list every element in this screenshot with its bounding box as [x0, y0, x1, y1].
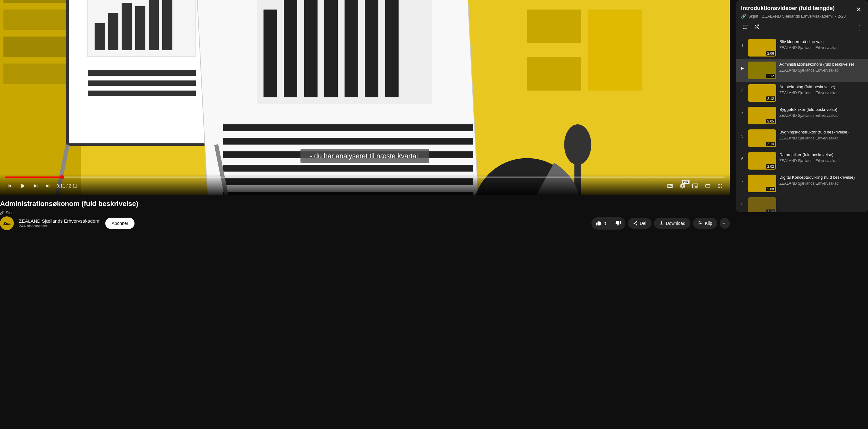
svg-rect-32 — [223, 124, 473, 131]
progress-bar[interactable] — [5, 176, 725, 178]
item-number: 1 — [740, 39, 745, 48]
playlist-meta: 🔗 Skjult ZEALAND Sjællands Erhvervsakade… — [741, 13, 863, 19]
more-dots: ··· — [723, 221, 726, 226]
playlist-item[interactable]: 6 2.02 Datamatiker (fuld beskrivelse) ZE… — [736, 150, 868, 172]
loop-button[interactable] — [741, 22, 750, 33]
action-buttons: 0 Del Download — [591, 217, 730, 230]
item-title: Byggetekniker (fuld beskrivelse) — [779, 107, 864, 112]
skip-back-button[interactable] — [5, 182, 14, 190]
playlist-channel: ZEALAND Sjællands Erhvervsakademi — [762, 14, 833, 19]
item-duration: 2.12 — [766, 74, 775, 78]
svg-point-44 — [564, 124, 591, 165]
item-thumbnail: 2.12 — [748, 84, 776, 102]
item-channel: ZEALAND Sjællands Erhvervsakad... — [779, 68, 864, 72]
like-button[interactable]: 0 — [591, 218, 610, 229]
item-duration: 2.05 — [766, 119, 775, 124]
item-duration: 2.10 — [766, 209, 775, 212]
video-title: Administrationsøkonom (fuld beskrivelse) — [0, 200, 730, 208]
item-channel: ZEALAND Sjællands Erhvervsakad... — [779, 181, 864, 186]
item-thumbnail: 2.02 — [748, 152, 776, 170]
playlist-panel: Introduktionsvideoer (fuld længde) 🔗 Skj… — [736, 0, 868, 212]
skip-forward-button[interactable] — [31, 182, 40, 190]
theater-button[interactable] — [703, 182, 712, 190]
item-title: Administrationsøkonom (fuld beskrivelse) — [779, 62, 864, 67]
playlist-item[interactable]: 1 2.06 Bliv klogere på dine valg ZEALAND… — [736, 36, 868, 59]
item-number: 5 — [740, 129, 745, 138]
playlist-item-partial[interactable]: 8 2.10 ... — [736, 195, 868, 212]
skjult-link[interactable]: Skjult — [0, 210, 730, 215]
meta-dash: - — [835, 14, 836, 19]
like-dislike-group: 0 — [591, 217, 625, 230]
item-channel: ZEALAND Sjællands Erhvervsakad... — [779, 45, 864, 50]
item-number: 6 — [740, 152, 745, 161]
playlist-item[interactable]: 7 2.08 Digital Konceptudvikling (fuld be… — [736, 172, 868, 195]
svg-rect-15 — [149, 0, 159, 50]
settings-button[interactable]: HD — [678, 182, 687, 190]
playlist-title: Introduktionsvideoer (fuld længde) — [741, 5, 863, 12]
channel-name[interactable]: ZEALAND Sjællands Erhvervsakademi — [19, 218, 100, 224]
svg-rect-12 — [108, 13, 118, 50]
svg-rect-11 — [95, 23, 105, 50]
subscribe-button[interactable]: Abonner — [105, 218, 134, 229]
item-channel: ZEALAND Sjællands Erhvervsakad... — [779, 91, 864, 95]
item-title: Digital Konceptudvikling (fuld beskrivel… — [779, 175, 864, 180]
svg-rect-42 — [588, 10, 642, 91]
close-playlist-button[interactable]: ✕ — [854, 4, 864, 14]
subscriber-count: 244 abonnenter — [19, 224, 100, 228]
avatar-text: Zea — [3, 221, 10, 226]
time-total: 2:11 — [69, 184, 77, 189]
item-duration: 2.06 — [766, 51, 775, 56]
play-button[interactable] — [18, 181, 28, 191]
clip-label: Klip — [705, 221, 712, 226]
subtitle-text: - du har analyseret til næste kvartal. — [301, 149, 429, 163]
item-channel: ZEALAND Sjællands Erhvervsakad... — [779, 136, 864, 140]
clip-button[interactable]: Klip — [693, 218, 717, 229]
svg-rect-16 — [162, 0, 172, 50]
playlist-skjult: Skjult — [748, 14, 758, 19]
share-button[interactable]: Del — [628, 218, 651, 229]
playlist-position: 2/23 — [838, 14, 846, 19]
svg-rect-25 — [264, 10, 277, 98]
subtitles-button[interactable] — [665, 182, 674, 190]
playlist-item[interactable]: 4 2.05 Byggetekniker (fuld beskrivelse) … — [736, 104, 868, 127]
link-icon: 🔗 — [741, 13, 746, 19]
svg-rect-33 — [223, 138, 473, 145]
playlist-more-button[interactable]: ⋮ — [857, 24, 863, 31]
volume-button[interactable] — [44, 182, 53, 190]
playlist-item[interactable]: 3 2.12 Autoteknolog (fuld beskrivelse) Z… — [736, 81, 868, 104]
more-options-button[interactable]: ··· — [720, 218, 730, 229]
progress-fill — [5, 176, 63, 178]
svg-rect-41 — [527, 57, 581, 91]
miniplayer-button[interactable] — [691, 182, 700, 190]
dislike-button[interactable] — [611, 217, 625, 230]
main-layout: - du har analyseret til næste kvartal. — [0, 0, 868, 240]
item-duration: 2.14 — [766, 142, 775, 146]
item-info: ... — [779, 197, 864, 204]
svg-rect-19 — [88, 91, 196, 96]
share-label: Del — [640, 221, 646, 226]
fullscreen-button[interactable] — [716, 182, 725, 190]
item-info: Administrationsøkonom (fuld beskrivelse)… — [779, 62, 864, 72]
item-thumbnail: 2.05 — [748, 107, 776, 124]
item-number: 3 — [740, 84, 745, 93]
playlist-item[interactable]: 5 2.14 Bygningskonstruktør (fuld beskriv… — [736, 127, 868, 150]
item-number: 4 — [740, 107, 745, 116]
svg-rect-40 — [527, 10, 581, 44]
item-info: Bliv klogere på dine valg ZEALAND Sjælla… — [779, 39, 864, 50]
channel-row: Zea ZEALAND Sjællands Erhvervsakademi 24… — [0, 217, 730, 230]
playlist-items: 1 2.06 Bliv klogere på dine valg ZEALAND… — [736, 36, 868, 212]
skjult-text: Skjult — [6, 210, 16, 215]
channel-avatar[interactable]: Zea — [0, 217, 14, 230]
shuffle-button[interactable] — [752, 22, 761, 33]
svg-rect-14 — [135, 6, 145, 50]
download-button[interactable]: Download — [654, 218, 690, 229]
svg-rect-26 — [284, 0, 297, 97]
playlist-item[interactable]: ▶ 2.12 Administrationsøkonom (fuld beskr… — [736, 59, 868, 81]
time-display: 0:11 / 2:11 — [57, 184, 77, 189]
item-duration: 2.08 — [766, 187, 775, 191]
video-player[interactable]: - du har analyseret til næste kvartal. — [0, 0, 730, 195]
item-number: 7 — [740, 175, 745, 184]
item-info: Byggetekniker (fuld beskrivelse) ZEALAND… — [779, 107, 864, 118]
item-duration: 2.12 — [766, 96, 775, 101]
item-title: Bygningskonstruktør (fuld beskrivelse) — [779, 129, 864, 135]
